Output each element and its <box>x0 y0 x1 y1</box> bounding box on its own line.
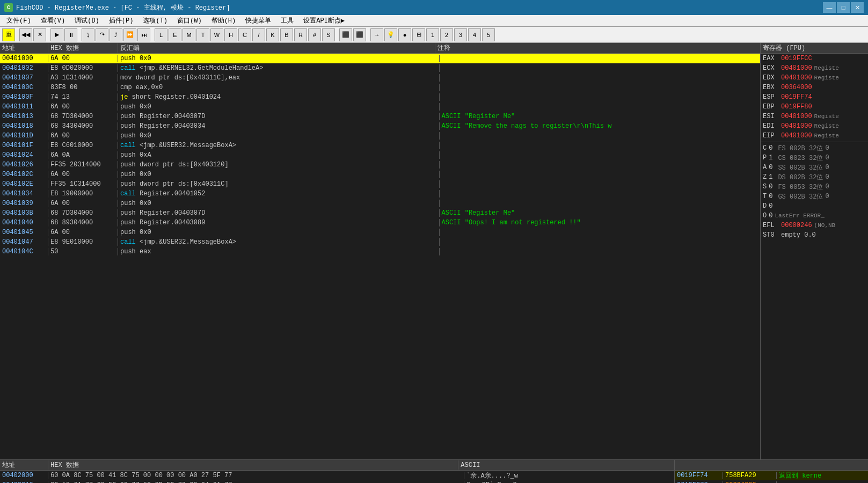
disasm-row[interactable]: 004010006A 00push 0x0 <box>0 54 760 63</box>
disasm-instruction: call <jmp.&USER32.MessageBoxA> <box>118 238 440 246</box>
toolbar-n1[interactable]: 1 <box>426 28 439 41</box>
toolbar-restart[interactable]: 重 <box>2 28 15 41</box>
disasm-instruction: mov dword ptr ds:[0x40311C],eax <box>118 74 440 82</box>
toolbar-n3[interactable]: 3 <box>454 28 467 41</box>
restore-button[interactable]: □ <box>837 2 850 13</box>
menu-debug[interactable]: 调试(D) <box>70 15 104 26</box>
toolbar-step-out[interactable]: ⤴ <box>110 28 122 41</box>
disasm-addr: 00401039 <box>0 200 48 207</box>
reg-value: 00401000 <box>781 64 812 72</box>
mem-header: 地址 HEX 数据 ASCII <box>0 460 674 471</box>
disasm-row[interactable]: 00401007A3 1C314000mov dword ptr ds:[0x4… <box>0 73 760 83</box>
toolbar-M[interactable]: M <box>183 28 195 41</box>
menu-tools[interactable]: 工具 <box>276 15 298 26</box>
toolbar-B[interactable]: B <box>280 28 293 41</box>
minimize-button[interactable]: — <box>823 2 836 13</box>
reg-name: ESP <box>763 93 779 101</box>
toolbar-step-over[interactable]: ↷ <box>96 28 108 41</box>
menu-help[interactable]: 帮助(H) <box>207 15 240 26</box>
disasm-row[interactable]: 004010456A 00push 0x0 <box>0 228 760 237</box>
toolbar-S[interactable]: S <box>322 28 335 41</box>
toolbar-step-into[interactable]: ⤵ <box>82 28 94 41</box>
toolbar-n5[interactable]: 5 <box>482 28 495 41</box>
disasm-hex: 68 89304000 <box>48 219 118 226</box>
disasm-hex: FF35 1C314000 <box>48 180 118 188</box>
toolbar-W[interactable]: W <box>210 28 223 41</box>
stack-value: 758BFA29 <box>723 472 777 479</box>
toolbar-pause[interactable]: ⏸ <box>64 28 77 41</box>
reg-row: ESI00401000Registe <box>761 112 868 121</box>
toolbar-anim2[interactable]: ⏭ <box>137 28 150 41</box>
disasm-row[interactable]: 0040101FE8 C6010000call <jmp.&USER32.Mes… <box>0 141 760 150</box>
toolbar-forward[interactable]: ✕ <box>33 28 46 41</box>
toolbar-E[interactable]: E <box>169 28 181 41</box>
toolbar-T[interactable]: T <box>196 28 209 41</box>
menu-view[interactable]: 查看(V) <box>37 15 70 26</box>
menu-plugin[interactable]: 插件(P) <box>105 15 138 26</box>
toolbar-hash[interactable]: # <box>308 28 321 41</box>
toolbar-slash[interactable]: / <box>252 28 265 41</box>
menu-options[interactable]: 选项(T) <box>138 15 172 26</box>
reg-row: EBP0019FF80 <box>761 102 868 112</box>
disasm-row[interactable]: 0040101D6A 00push 0x0 <box>0 131 760 141</box>
close-button[interactable]: ✕ <box>851 2 864 13</box>
disasm-addr: 0040104C <box>0 248 48 255</box>
reg-name: EDX <box>763 74 779 82</box>
toolbar-C[interactable]: C <box>238 28 251 41</box>
disasm-row[interactable]: 00401047E8 9E010000call <jmp.&USER32.Mes… <box>0 237 760 247</box>
mem-hex: 60 0A 8C 75 00 41 8C 75 00 00 00 00 A0 2… <box>48 472 464 479</box>
st0-row: ST0empty 0.0 <box>761 230 868 240</box>
disasm-row[interactable]: 0040103B68 7D304000push Register.0040307… <box>0 208 760 218</box>
toolbar-run[interactable]: ▶ <box>50 28 63 41</box>
disasm-row[interactable]: 0040100C83F8 00cmp eax,0x0 <box>0 83 760 92</box>
toolbar-n2[interactable]: 2 <box>440 28 453 41</box>
disasm-instruction: call <jmp.&USER32.MessageBoxA> <box>118 142 440 149</box>
disasm-row[interactable]: 0040104068 89304000push Register.0040308… <box>0 218 760 228</box>
mem-row[interactable]: 0040201030 18 61 77 C0 50 60 77 50 3B 5F… <box>0 480 674 483</box>
stack-row[interactable]: 0019FF7800364000 <box>675 480 868 483</box>
disasm-hex: 68 34304000 <box>48 122 118 130</box>
menu-window[interactable]: 窗口(W) <box>173 15 206 26</box>
disasm-row[interactable]: 0040104C50push eax <box>0 247 760 257</box>
stack-row[interactable]: 0019FF74758BFA29返回到 kerne <box>675 471 868 480</box>
mem-row[interactable]: 0040200060 0A 8C 75 00 41 8C 75 00 00 00… <box>0 471 674 480</box>
toolbar-back[interactable]: ◀◀ <box>19 28 32 41</box>
toolbar-grid[interactable]: ⊞ <box>412 28 425 41</box>
disasm-instruction: push Register.00403089 <box>118 219 440 226</box>
flag-seg-row: A0SS 002B 32位 0 <box>761 163 868 172</box>
toolbar-bulb[interactable]: 💡 <box>384 28 397 41</box>
flag-d-row: D 0 <box>761 201 868 211</box>
reg-detail: Registe <box>814 123 866 129</box>
disasm-row[interactable]: 004010246A 0Apush 0xA <box>0 150 760 160</box>
toolbar-L[interactable]: L <box>155 28 167 41</box>
efl-row: EFL00000246 (NO,NB <box>761 221 868 230</box>
disasm-row[interactable]: 0040100F74 13je short Register.00401024 <box>0 92 760 102</box>
menu-file[interactable]: 文件(F) <box>2 15 35 26</box>
disasm-row[interactable]: 0040102EFF35 1C314000push dword ptr ds:[… <box>0 179 760 189</box>
menu-api[interactable]: 设置API断点▶ <box>299 15 349 26</box>
disasm-row[interactable]: 00401002E8 0D020000call <jmp.&KERNEL32.G… <box>0 63 760 73</box>
toolbar-anim[interactable]: ⏩ <box>123 28 136 41</box>
toolbar-dot[interactable]: ● <box>398 28 411 41</box>
toolbar-q2[interactable]: ⬛ <box>353 28 366 41</box>
disasm-row[interactable]: 004010116A 00push 0x0 <box>0 102 760 112</box>
toolbar-H[interactable]: H <box>224 28 237 41</box>
toolbar-n4[interactable]: 4 <box>468 28 481 41</box>
reg-header: 寄存器 (FPU) <box>761 43 868 54</box>
toolbar-K[interactable]: K <box>266 28 279 41</box>
disasm-row[interactable]: 00401034E8 19000000call Register.0040105… <box>0 189 760 199</box>
header-addr: 地址 <box>0 43 48 53</box>
flag-seg-row: P1CS 0023 32位 0 <box>761 153 868 163</box>
disasm-instruction: push Register.00403034 <box>118 122 440 130</box>
toolbar-arrow[interactable]: → <box>370 28 383 41</box>
disasm-row[interactable]: 00401026FF35 20314000push dword ptr ds:[… <box>0 160 760 170</box>
menu-bar: 文件(F) 查看(V) 调试(D) 插件(P) 选项(T) 窗口(W) 帮助(H… <box>0 15 868 27</box>
disasm-row[interactable]: 0040101368 7D304000push Register.0040307… <box>0 112 760 121</box>
disasm-row[interactable]: 004010396A 00push 0x0 <box>0 199 760 208</box>
disasm-row[interactable]: 0040101868 34304000push Register.0040303… <box>0 121 760 131</box>
toolbar-R[interactable]: R <box>294 28 307 41</box>
disasm-row[interactable]: 0040102C6A 00push 0x0 <box>0 170 760 179</box>
menu-shortcut[interactable]: 快捷菜单 <box>241 15 275 26</box>
disasm-instruction: push Register.0040307D <box>118 113 440 120</box>
toolbar-q1[interactable]: ⬛ <box>339 28 352 41</box>
